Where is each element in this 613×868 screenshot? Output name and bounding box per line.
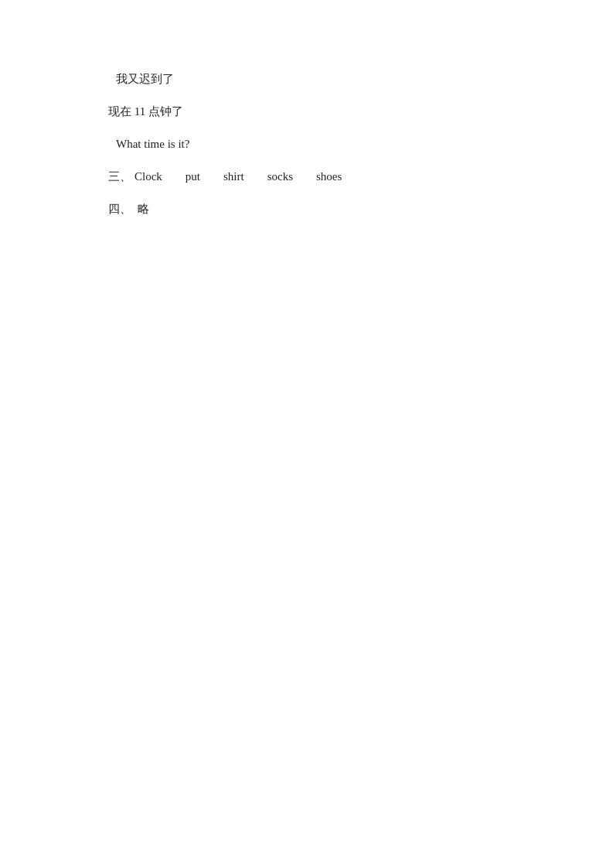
word-shoes: shoes xyxy=(316,167,342,186)
section-3-label: 三、 xyxy=(108,167,131,186)
line-2: 现在 11 点钟了 xyxy=(108,102,505,121)
text-time: 现在 11 点钟了 xyxy=(108,105,183,118)
word-shirt: shirt xyxy=(223,167,244,186)
word-clock: Clock xyxy=(135,167,162,186)
section-4-label: 四、 xyxy=(108,203,131,215)
section-4-line: 四、 略 xyxy=(108,200,505,218)
section-4-text: 略 xyxy=(138,203,149,215)
line-3: What time is it? xyxy=(108,135,505,153)
word-socks: socks xyxy=(267,167,293,186)
text-question: What time is it? xyxy=(116,138,189,150)
page: 我又迟到了 现在 11 点钟了 What time is it? 三、 Cloc… xyxy=(0,0,613,868)
text-late: 我又迟到了 xyxy=(116,73,174,85)
word-put: put xyxy=(186,167,200,186)
section-3-line: 三、 Clock put shirt socks shoes xyxy=(108,167,505,186)
line-1: 我又迟到了 xyxy=(108,70,505,88)
section-3-words: Clock put shirt socks shoes xyxy=(135,167,342,186)
